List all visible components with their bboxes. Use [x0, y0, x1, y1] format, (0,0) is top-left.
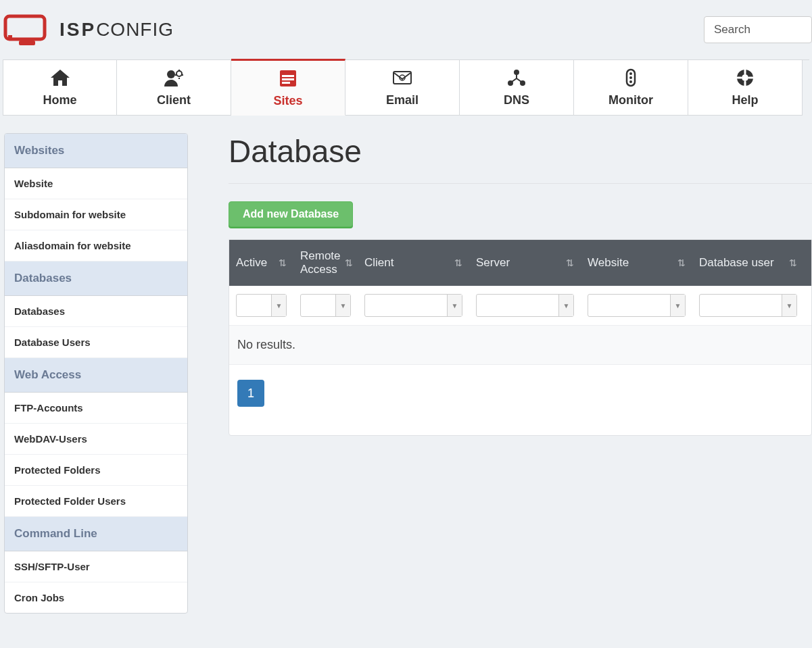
col-label: Active	[236, 256, 267, 270]
svg-point-3	[167, 70, 175, 78]
nav-label: DNS	[504, 93, 529, 107]
svg-rect-9	[393, 72, 411, 84]
sidebar-item-website[interactable]: Website	[5, 168, 187, 199]
nav-help[interactable]: Help	[688, 60, 803, 116]
sidebar-head-webaccess: Web Access	[5, 358, 187, 393]
svg-point-17	[629, 80, 632, 83]
sidebar-item-protected-folder-users[interactable]: Protected Folder Users	[5, 486, 187, 517]
svg-point-15	[629, 72, 632, 75]
col-server[interactable]: Server ⇅	[469, 240, 581, 286]
sidebar-item-cron[interactable]: Cron Jobs	[5, 582, 187, 613]
sidebar-item-database-users[interactable]: Database Users	[5, 327, 187, 358]
add-database-button[interactable]: Add new Database	[229, 201, 353, 227]
nav-label: Monitor	[608, 93, 653, 107]
database-table: Active ⇅ Remote Access ⇅ Client ⇅ Server…	[229, 239, 812, 436]
col-remote-access[interactable]: Remote Access ⇅	[293, 240, 358, 286]
chevron-down-icon: ▼	[670, 295, 685, 316]
logo-text: ISPCONFIG	[59, 19, 174, 41]
help-icon	[734, 68, 756, 88]
chevron-down-icon: ▼	[558, 295, 573, 316]
svg-rect-7	[282, 78, 294, 80]
svg-point-16	[629, 76, 632, 79]
filter-row: ▼ ▼ ▼ ▼ ▼ ▼	[229, 286, 811, 326]
col-website[interactable]: Website ⇅	[581, 240, 692, 286]
sort-icon: ⇅	[789, 257, 797, 268]
sidebar-item-ftp[interactable]: FTP-Accounts	[5, 393, 187, 424]
col-label: Remote Access	[300, 249, 341, 277]
sidebar-head-websites: Websites	[5, 134, 187, 168]
page-1-button[interactable]: 1	[237, 380, 264, 407]
nav-monitor[interactable]: Monitor	[574, 60, 688, 116]
nav-label: Home	[43, 93, 76, 107]
col-active[interactable]: Active ⇅	[229, 240, 293, 286]
nav-client[interactable]: Client	[117, 60, 231, 116]
chevron-down-icon: ▼	[271, 295, 286, 316]
logo-icon	[3, 12, 51, 47]
email-icon	[391, 68, 413, 88]
sidebar-item-subdomain[interactable]: Subdomain for website	[5, 199, 187, 230]
svg-point-4	[176, 71, 182, 76]
client-icon	[163, 68, 185, 88]
nav-label: Client	[157, 93, 191, 107]
sidebar-item-ssh[interactable]: SSH/SFTP-User	[5, 551, 187, 582]
nav-label: Sites	[273, 94, 302, 108]
page-title: Database	[229, 133, 812, 184]
monitor-icon	[620, 68, 642, 88]
sites-icon	[277, 68, 299, 89]
sort-icon: ⇅	[454, 257, 462, 268]
home-icon	[49, 68, 71, 88]
nav-email[interactable]: Email	[345, 60, 460, 116]
table-header: Active ⇅ Remote Access ⇅ Client ⇅ Server…	[229, 240, 811, 286]
sort-icon: ⇅	[566, 257, 574, 268]
main-nav: Home Client Sites Email DNS Monitor Help	[3, 59, 809, 116]
filter-remote[interactable]: ▼	[300, 294, 351, 317]
sort-icon: ⇅	[677, 257, 686, 268]
logo[interactable]: ISPCONFIG	[3, 12, 174, 47]
sidebar-item-aliasdomain[interactable]: Aliasdomain for website	[5, 230, 187, 261]
sidebar-head-commandline: Command Line	[5, 517, 187, 551]
svg-rect-8	[282, 82, 290, 84]
svg-point-19	[742, 74, 748, 81]
col-label: Client	[364, 256, 393, 270]
pagination: 1	[229, 365, 811, 435]
chevron-down-icon: ▼	[447, 295, 462, 316]
chevron-down-icon: ▼	[335, 295, 350, 316]
sidebar-item-protected-folders[interactable]: Protected Folders	[5, 455, 187, 486]
filter-server[interactable]: ▼	[476, 294, 574, 317]
svg-rect-6	[282, 75, 294, 77]
sidebar-item-webdav[interactable]: WebDAV-Users	[5, 424, 187, 455]
search-input[interactable]	[704, 16, 812, 43]
col-database-user[interactable]: Database user ⇅	[692, 240, 804, 286]
svg-point-11	[514, 70, 519, 75]
filter-client[interactable]: ▼	[364, 294, 462, 317]
nav-home[interactable]: Home	[3, 60, 117, 116]
dns-icon	[506, 68, 527, 88]
col-label: Server	[476, 256, 510, 270]
col-client[interactable]: Client ⇅	[358, 240, 469, 286]
sort-icon: ⇅	[279, 257, 287, 268]
no-results: No results.	[229, 326, 811, 365]
filter-active[interactable]: ▼	[236, 294, 287, 317]
svg-rect-2	[19, 41, 35, 45]
nav-label: Email	[386, 93, 419, 107]
sidebar: Websites Website Subdomain for website A…	[4, 133, 188, 614]
sidebar-head-databases: Databases	[5, 261, 187, 296]
nav-sites[interactable]: Sites	[231, 59, 345, 116]
nav-label: Help	[732, 93, 758, 107]
chevron-down-icon: ▼	[782, 295, 796, 316]
col-label: Database user	[699, 256, 774, 270]
sidebar-item-databases[interactable]: Databases	[5, 296, 187, 327]
filter-dbuser[interactable]: ▼	[699, 294, 797, 317]
sort-icon: ⇅	[345, 257, 353, 269]
col-label: Website	[588, 256, 629, 270]
svg-rect-1	[8, 35, 12, 39]
nav-dns[interactable]: DNS	[460, 60, 574, 116]
filter-website[interactable]: ▼	[588, 294, 686, 317]
